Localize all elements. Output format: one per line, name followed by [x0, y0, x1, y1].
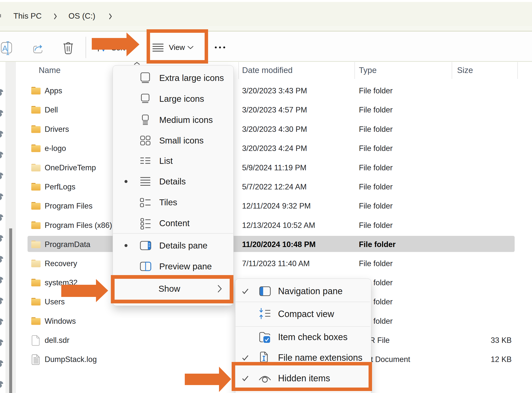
svg-text:A: A: [2, 44, 8, 53]
